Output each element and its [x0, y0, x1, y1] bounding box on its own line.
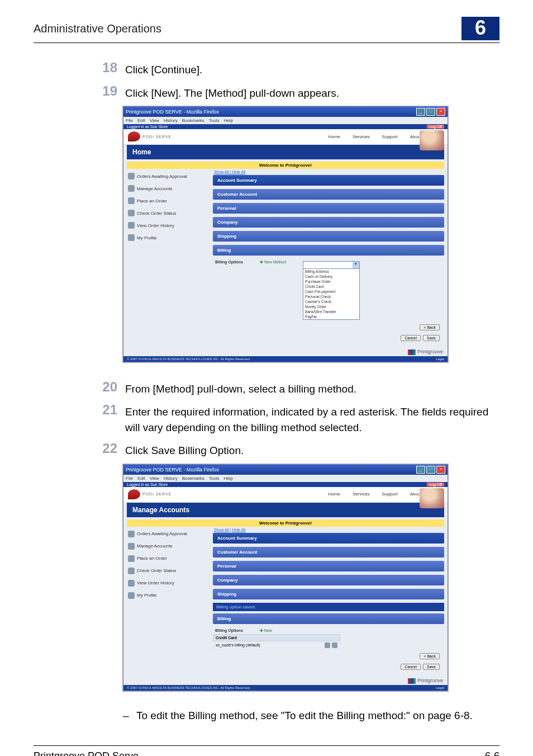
dropdown-option[interactable]: Cashier's Check	[303, 299, 359, 304]
menu-tools[interactable]: Tools	[209, 118, 220, 123]
menu-bookmarks[interactable]: Bookmarks	[182, 476, 204, 481]
sidebar-item-check-status[interactable]: Check Order Status	[127, 207, 211, 219]
panel-personal[interactable]: Personal	[213, 561, 444, 571]
panel-account-summary[interactable]: Account Summary	[213, 533, 444, 544]
menu-file[interactable]: File	[126, 476, 133, 481]
menu-view[interactable]: View	[150, 118, 159, 123]
step-text: Click [New]. The [Method] pull-down appe…	[125, 83, 339, 101]
menu-edit[interactable]: Edit	[137, 118, 145, 123]
cancel-button[interactable]: Cancel	[401, 335, 421, 341]
panel-personal[interactable]: Personal	[213, 203, 444, 214]
close-icon[interactable]: ×	[436, 466, 445, 474]
legal-link[interactable]: Legal	[436, 357, 444, 361]
nav-support[interactable]: Support	[382, 134, 398, 139]
delete-icon[interactable]	[332, 642, 337, 648]
sidebar-item-label: Check Order Status	[137, 568, 176, 573]
panel-customer-account[interactable]: Customer Account	[213, 547, 444, 557]
sidebar-item-manage-accounts[interactable]: Manage Accounts	[127, 540, 211, 552]
dropdown-option[interactable]: Cash on Delivery	[303, 274, 359, 279]
step-text: Enter the required information, indicate…	[125, 402, 499, 435]
dropdown-option[interactable]: Personal Check	[303, 294, 359, 299]
sidebar-item-label: Orders Awaiting Approval	[137, 174, 187, 179]
dropdown-option[interactable]: PayPal	[303, 314, 359, 319]
new-link[interactable]: New Method	[260, 260, 286, 264]
menu-view[interactable]: View	[150, 476, 159, 481]
menu-tools[interactable]: Tools	[209, 476, 220, 481]
nav-home[interactable]: Home	[329, 492, 340, 497]
dropdown-option[interactable]: Billing Address	[303, 269, 359, 274]
dropdown-option[interactable]: Bank/Wire Transfer	[303, 309, 359, 314]
sidebar-item-orders-awaiting[interactable]: Orders Awaiting Approval	[127, 528, 211, 540]
save-button[interactable]: Save	[423, 664, 440, 670]
panel-customer-account[interactable]: Customer Account	[213, 189, 444, 200]
panel-shipping[interactable]: Shipping	[213, 231, 444, 242]
edit-icon[interactable]	[325, 642, 330, 648]
section-title: Home	[127, 145, 444, 159]
accounts-icon	[128, 543, 135, 550]
sidebar-item-label: Manage Accounts	[137, 186, 173, 191]
logoff-link[interactable]: Log Off	[427, 125, 444, 129]
minimize-icon[interactable]: _	[416, 466, 425, 474]
dropdown-option[interactable]: Cash Pre-payment	[303, 289, 359, 294]
cart-icon	[128, 555, 135, 562]
panel-billing[interactable]: Billing	[213, 613, 444, 624]
nav-services[interactable]: Services	[353, 134, 370, 139]
menu-bookmarks[interactable]: Bookmarks	[182, 118, 204, 123]
logged-in-text: Logged in as Sue Store	[127, 483, 168, 486]
maximize-icon[interactable]: □	[426, 108, 435, 116]
show-hide-all-link[interactable]: Show All | Hide All	[213, 528, 444, 533]
maximize-icon[interactable]: □	[426, 466, 435, 474]
minimize-icon[interactable]: _	[416, 108, 425, 116]
show-hide-all-link[interactable]: Show All | Hide All	[213, 170, 444, 175]
dropdown-option[interactable]: Money Order	[303, 304, 359, 309]
sidebar-item-order-history[interactable]: View Order History	[127, 577, 211, 589]
logoff-link[interactable]: Log Off	[427, 483, 444, 486]
sidebar-item-place-order[interactable]: Place an Order	[127, 552, 211, 565]
menu-file[interactable]: File	[126, 118, 133, 123]
back-button[interactable]: < Back	[420, 324, 440, 330]
panel-account-summary[interactable]: Account Summary	[213, 175, 444, 186]
billing-options-label: Billing Options	[215, 629, 243, 632]
sidebar-item-order-history[interactable]: View Order History	[127, 219, 211, 231]
legal-link[interactable]: Legal	[436, 686, 444, 689]
menu-help[interactable]: Help	[223, 476, 232, 481]
cancel-button[interactable]: Cancel	[401, 664, 421, 670]
close-icon[interactable]: ×	[436, 108, 445, 116]
sidebar-item-my-profile[interactable]: My Profile	[127, 231, 211, 244]
nav-home[interactable]: Home	[329, 134, 340, 139]
browser-menubar[interactable]: File Edit View History Bookmarks Tools H…	[123, 475, 448, 482]
panel-company[interactable]: Company	[213, 217, 444, 228]
menu-history[interactable]: History	[164, 476, 178, 481]
nav-services[interactable]: Services	[353, 492, 370, 497]
chevron-down-icon[interactable]: ▾	[353, 262, 359, 268]
sidebar-item-label: View Order History	[137, 223, 174, 228]
sidebar-item-manage-accounts[interactable]: Manage Accounts	[127, 182, 211, 195]
dropdown-option[interactable]: Purchase Order	[303, 279, 359, 284]
sidebar-item-label: My Profile	[137, 593, 157, 598]
page-header-title: Administrative Operations	[34, 22, 161, 35]
browser-menubar[interactable]: File Edit View History Bookmarks Tools H…	[123, 117, 448, 124]
sidebar-item-label: View Order History	[137, 580, 174, 585]
menu-history[interactable]: History	[164, 118, 178, 123]
dropdown-option[interactable]: Credit Card	[303, 284, 359, 289]
panel-billing[interactable]: Billing	[213, 245, 444, 256]
menu-edit[interactable]: Edit	[137, 476, 145, 481]
printgroove-logo: Printgroove	[408, 349, 443, 355]
step-text: Click [Continue].	[125, 60, 202, 78]
history-icon	[128, 222, 135, 229]
sidebar-item-orders-awaiting[interactable]: Orders Awaiting Approval	[127, 170, 211, 182]
new-link[interactable]: New	[260, 629, 272, 633]
sidebar-item-check-status[interactable]: Check Order Status	[127, 565, 211, 577]
panel-shipping[interactable]: Shipping	[213, 589, 444, 599]
nav-support[interactable]: Support	[382, 492, 398, 497]
menu-help[interactable]: Help	[223, 118, 232, 123]
save-button[interactable]: Save	[423, 335, 440, 341]
step-number: 18	[89, 60, 125, 78]
billing-options-label: Billing Options	[215, 260, 243, 264]
back-button[interactable]: < Back	[420, 653, 440, 659]
history-icon	[128, 580, 135, 587]
sidebar-item-my-profile[interactable]: My Profile	[127, 589, 211, 602]
sidebar-item-place-order[interactable]: Place an Order	[127, 195, 211, 207]
method-dropdown[interactable]: ▾ Billing Address Cash on Delivery Purch…	[303, 261, 360, 320]
panel-company[interactable]: Company	[213, 575, 444, 585]
